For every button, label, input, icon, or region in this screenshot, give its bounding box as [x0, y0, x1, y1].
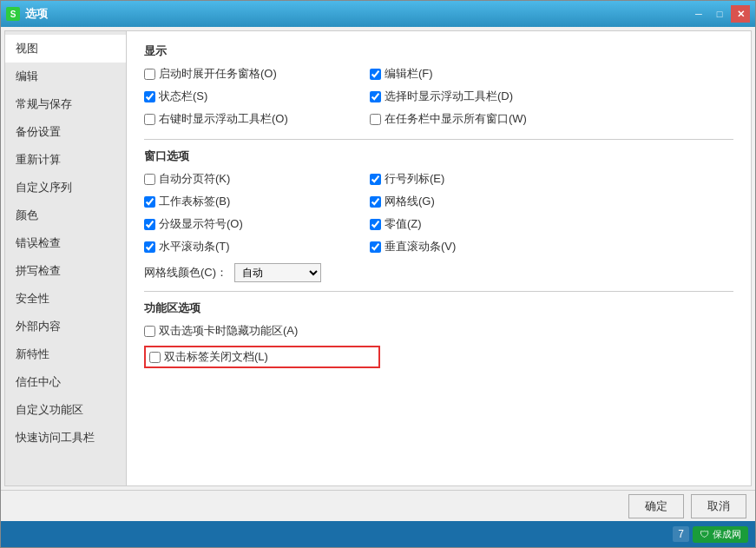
checkbox-vscroll[interactable]: [370, 241, 381, 253]
minimize-button[interactable]: ─: [689, 5, 708, 23]
checkbox-editbar-label: 编辑栏(F): [385, 66, 433, 82]
checkbox-editbar[interactable]: [370, 69, 381, 80]
checkbox-zero-label: 零值(Z): [385, 216, 422, 232]
checkbox-row-taskbar-all: 在任务栏中显示所有窗口(W): [370, 111, 595, 127]
sidebar-item-edit[interactable]: 编辑: [5, 63, 126, 90]
checkbox-hide-ribbon[interactable]: [144, 326, 155, 337]
checkbox-row-close-tab: 双击标签关闭文档(L): [149, 349, 375, 365]
checkbox-statusbar-label: 状态栏(S): [159, 89, 207, 104]
taskbar: 7 🛡 保成网: [1, 521, 755, 547]
grid-color-select[interactable]: 自动: [234, 263, 321, 282]
sidebar-item-general-save[interactable]: 常规与保存: [5, 90, 126, 118]
close-button[interactable]: ✕: [731, 5, 750, 23]
title-controls: ─ □ ✕: [689, 5, 750, 23]
checkbox-row-editbar: 编辑栏(F): [370, 66, 595, 82]
title-bar: S 选项 ─ □ ✕: [1, 1, 755, 27]
checkbox-startup[interactable]: [144, 69, 155, 80]
sidebar-item-spell-check[interactable]: 拼写检查: [5, 257, 126, 285]
sidebar: 视图 编辑 常规与保存 备份设置 重新计算 自定义序列 颜色 错误检查: [5, 31, 127, 485]
checkbox-sheettab-label: 工作表标签(B): [159, 194, 230, 209]
sidebar-item-custom-ribbon[interactable]: 自定义功能区: [5, 396, 126, 424]
checkbox-startup-label: 启动时展开任务窗格(O): [159, 66, 277, 82]
divider-1: [144, 139, 733, 140]
cancel-button[interactable]: 取消: [691, 494, 746, 518]
checkbox-row-rowcol: 行号列标(E): [370, 171, 595, 187]
bottom-bar: 确定 取消: [1, 490, 755, 521]
window-checkboxes: 自动分页符(K) 行号列标(E) 工作表标签(B) 网格线(G): [144, 171, 733, 258]
sidebar-item-error-check[interactable]: 错误检查: [5, 229, 126, 257]
checkbox-taskbar-all-label: 在任务栏中显示所有窗口(W): [385, 111, 527, 127]
checkbox-zero[interactable]: [370, 219, 381, 230]
window-section: 窗口选项 自动分页符(K) 行号列标(E) 工作表标签(B): [144, 149, 733, 282]
checkbox-row-hscroll: 水平滚动条(T): [144, 239, 370, 254]
taskbar-logo-text: 保成网: [713, 528, 741, 541]
checkbox-sheettab[interactable]: [144, 196, 155, 208]
checkbox-floattoolbar-right-label: 右键时显示浮动工具栏(O): [159, 111, 288, 127]
feature-section: 功能区选项 双击选项卡时隐藏功能区(A) 双击标签关闭文档(L): [144, 300, 733, 368]
sidebar-item-recalc[interactable]: 重新计算: [5, 146, 126, 174]
checkbox-floattoolbar-select[interactable]: [370, 91, 381, 102]
maximize-button[interactable]: □: [710, 5, 729, 23]
display-section-title: 显示: [144, 43, 733, 59]
window-section-title: 窗口选项: [144, 149, 733, 164]
main-window: S 选项 ─ □ ✕ 视图 编辑 常规与保存 备份设置 重新计: [0, 0, 756, 548]
dialog-content: 视图 编辑 常规与保存 备份设置 重新计算 自定义序列 颜色 错误检查: [4, 30, 752, 486]
checkbox-row-hide-ribbon: 双击选项卡时隐藏功能区(A): [144, 323, 733, 339]
checkbox-row-floattoolbar-select: 选择时显示浮动工具栏(D): [370, 89, 595, 104]
grid-color-row: 网格线颜色(C)： 自动: [144, 263, 733, 282]
sidebar-item-view[interactable]: 视图: [5, 35, 126, 63]
checkbox-gridlines-label: 网格线(G): [385, 194, 435, 209]
feature-section-title: 功能区选项: [144, 300, 733, 316]
checkbox-rowcol[interactable]: [370, 174, 381, 185]
checkbox-row-sheettab: 工作表标签(B): [144, 194, 370, 209]
divider-2: [144, 291, 733, 292]
taskbar-logo-icon: 🛡: [700, 529, 709, 539]
checkbox-close-tab[interactable]: [149, 352, 161, 363]
sidebar-item-color[interactable]: 颜色: [5, 201, 126, 229]
taskbar-number: 7: [673, 526, 689, 542]
grid-color-label: 网格线颜色(C)：: [144, 265, 227, 281]
checkbox-row-vscroll: 垂直滚动条(V): [370, 239, 595, 254]
checkbox-hide-ribbon-label: 双击选项卡时隐藏功能区(A): [159, 323, 298, 339]
sidebar-item-quick-access[interactable]: 快速访问工具栏: [5, 424, 126, 452]
checkbox-row-startup: 启动时展开任务窗格(O): [144, 66, 370, 82]
checkbox-taskbar-all[interactable]: [370, 114, 381, 125]
checkbox-close-tab-label: 双击标签关闭文档(L): [164, 349, 268, 365]
checkbox-outline-label: 分级显示符号(O): [159, 216, 243, 232]
checkbox-autopagebreak-label: 自动分页符(K): [159, 171, 230, 187]
sidebar-item-security[interactable]: 安全性: [5, 285, 126, 313]
sidebar-item-trust-center[interactable]: 信任中心: [5, 368, 126, 396]
checkbox-floattoolbar-right[interactable]: [144, 114, 155, 125]
checkbox-outline[interactable]: [144, 219, 155, 230]
checkbox-hscroll[interactable]: [144, 241, 155, 253]
checkbox-autopagebreak[interactable]: [144, 174, 155, 185]
title-bar-left: S 选项: [6, 6, 48, 22]
main-panel: 显示 启动时展开任务窗格(O) 编辑栏(F) 状态栏(S): [127, 31, 751, 485]
checkbox-row-autopagebreak: 自动分页符(K): [144, 171, 370, 187]
checkbox-row-statusbar: 状态栏(S): [144, 89, 370, 104]
checkbox-row-floattoolbar-right: 右键时显示浮动工具栏(O): [144, 111, 370, 127]
sidebar-item-new-features[interactable]: 新特性: [5, 340, 126, 368]
ok-button[interactable]: 确定: [628, 494, 684, 518]
sidebar-item-external[interactable]: 外部内容: [5, 313, 126, 340]
checkbox-hscroll-label: 水平滚动条(T): [159, 239, 230, 254]
checkbox-vscroll-label: 垂直滚动条(V): [385, 239, 456, 254]
sidebar-item-backup[interactable]: 备份设置: [5, 118, 126, 146]
checkbox-gridlines[interactable]: [370, 196, 381, 208]
app-icon: S: [6, 7, 20, 21]
taskbar-logo: 🛡 保成网: [693, 526, 748, 543]
display-checkboxes: 启动时展开任务窗格(O) 编辑栏(F) 状态栏(S) 选择时显示浮动工具栏(D): [144, 66, 733, 130]
checkbox-rowcol-label: 行号列标(E): [385, 171, 444, 187]
checkbox-row-gridlines: 网格线(G): [370, 194, 595, 209]
checkbox-floattoolbar-select-label: 选择时显示浮动工具栏(D): [385, 89, 513, 104]
checkbox-row-outline: 分级显示符号(O): [144, 216, 370, 232]
sidebar-item-custom-list[interactable]: 自定义序列: [5, 174, 126, 201]
checkbox-statusbar[interactable]: [144, 91, 155, 102]
display-section: 显示 启动时展开任务窗格(O) 编辑栏(F) 状态栏(S): [144, 43, 733, 130]
highlight-box-close-tab: 双击标签关闭文档(L): [144, 346, 380, 368]
checkbox-row-zero: 零值(Z): [370, 216, 595, 232]
window-title: 选项: [25, 6, 48, 22]
